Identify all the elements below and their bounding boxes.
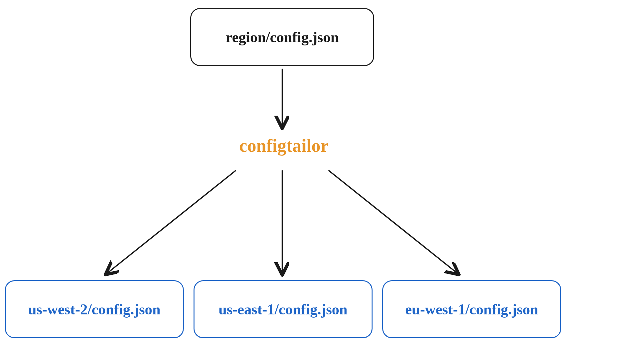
arrow-processor-to-left — [106, 171, 235, 274]
source-config-label: region/config.json — [226, 29, 339, 46]
processor-label: configtailor — [229, 135, 339, 156]
output-node-us-west-2: us-west-2/config.json — [5, 280, 184, 338]
output-label-2: eu-west-1/config.json — [405, 301, 538, 318]
output-label-1: us-east-1/config.json — [219, 301, 348, 318]
arrow-processor-to-right — [329, 171, 458, 274]
output-node-us-east-1: us-east-1/config.json — [194, 280, 373, 338]
output-label-0: us-west-2/config.json — [28, 301, 160, 318]
output-node-eu-west-1: eu-west-1/config.json — [382, 280, 561, 338]
processor-text: configtailor — [239, 136, 329, 156]
source-config-node: region/config.json — [190, 8, 374, 66]
